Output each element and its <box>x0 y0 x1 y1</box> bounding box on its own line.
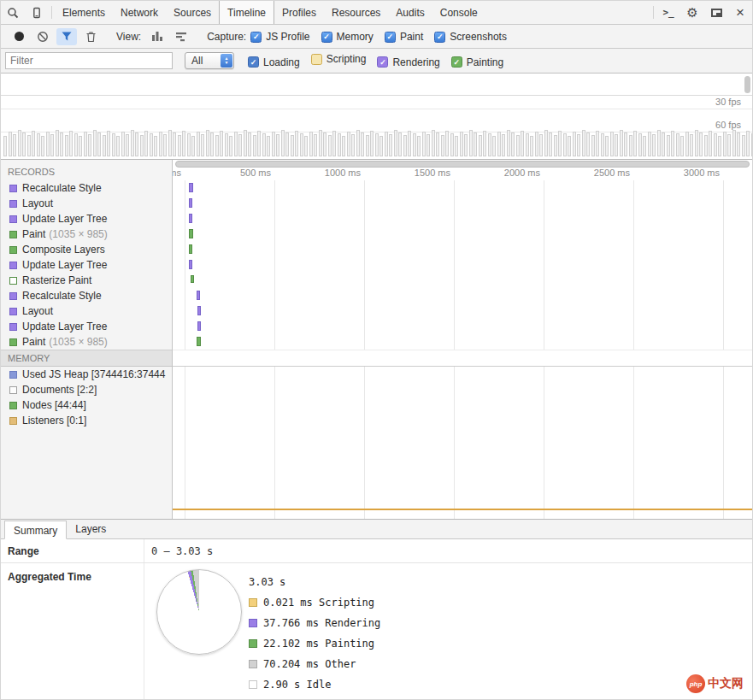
view-bars-button[interactable] <box>147 28 168 45</box>
tab-sources[interactable]: Sources <box>166 1 219 24</box>
frame-bar <box>135 132 138 156</box>
timeline-event-bar[interactable] <box>189 260 192 269</box>
frame-bar <box>483 131 486 156</box>
memory-counter-label: Nodes [44:44] <box>22 399 86 411</box>
record-row[interactable]: Rasterize Paint <box>1 273 172 288</box>
device-mode-icon[interactable] <box>25 1 49 24</box>
frame-bar <box>319 130 322 156</box>
category-filter-select[interactable]: All ▲ ▼ <box>185 52 234 69</box>
frame-bar <box>178 135 181 156</box>
tab-profiles[interactable]: Profiles <box>274 1 324 24</box>
record-row[interactable]: Layout <box>1 303 172 319</box>
frame-bar <box>479 135 482 156</box>
dock-side-icon[interactable] <box>704 1 728 24</box>
tab-console[interactable]: Console <box>432 1 485 24</box>
legend-text: 22.102 ms Painting <box>263 638 374 650</box>
capture-option-js-profile[interactable]: ✓JS Profile <box>250 31 309 43</box>
trash-button[interactable] <box>80 28 101 45</box>
frame-bar <box>342 136 345 156</box>
record-button[interactable] <box>9 28 29 45</box>
frame-bar <box>596 131 599 156</box>
record-row[interactable]: Recalculate Style <box>1 180 172 196</box>
frame-bar <box>676 133 679 156</box>
inspect-magnifier-icon[interactable] <box>1 1 25 24</box>
tab-audits[interactable]: Audits <box>388 1 432 24</box>
tab-timeline[interactable]: Timeline <box>219 1 274 24</box>
frame-bar <box>215 135 219 156</box>
category-scripting[interactable]: Scripting <box>311 53 367 65</box>
memory-header: MEMORY <box>1 350 172 367</box>
capture-option-memory[interactable]: ✓Memory <box>321 31 374 43</box>
frame-bar <box>629 135 632 156</box>
tab-elements[interactable]: Elements <box>55 1 113 24</box>
frame-bar <box>356 130 360 156</box>
memory-counter[interactable]: Listeners [0:1] <box>1 413 172 428</box>
frame-bar <box>253 135 256 156</box>
category-filters: ✓LoadingScripting✓Rendering✓Painting <box>248 53 515 68</box>
view-flame-button[interactable] <box>171 28 191 45</box>
record-row[interactable]: Update Layer Tree <box>1 257 172 273</box>
frame-bar <box>285 132 289 156</box>
timeline-event-bar[interactable] <box>189 214 192 223</box>
timeline-event-bar[interactable] <box>189 244 192 254</box>
frame-bar <box>492 136 496 156</box>
frame-bar <box>436 132 439 156</box>
memory-counter[interactable]: Nodes [44:44] <box>1 397 172 413</box>
painting-swatch <box>9 246 17 254</box>
frame-bar <box>107 131 110 156</box>
hscrollbar-thumb[interactable] <box>175 161 750 168</box>
record-row[interactable]: Recalculate Style <box>1 288 172 303</box>
frame-bar <box>187 133 191 156</box>
record-row[interactable]: Update Layer Tree <box>1 211 172 226</box>
timeline-event-bar[interactable] <box>191 275 194 283</box>
record-row[interactable]: Layout <box>1 196 172 211</box>
filter-toggle-button[interactable] <box>56 28 77 45</box>
device-glyph <box>31 7 43 19</box>
timeline-grid[interactable]: 0 ms500 ms1000 ms1500 ms2000 ms2500 ms30… <box>173 160 752 519</box>
tab-network[interactable]: Network <box>113 1 166 24</box>
timeline-event-bar[interactable] <box>197 337 201 346</box>
timeline-event-bar[interactable] <box>189 198 192 208</box>
memory-counter[interactable]: Used JS Heap [3744416:37444 <box>1 367 172 382</box>
timeline-event-bar[interactable] <box>197 306 201 315</box>
close-icon[interactable]: × <box>728 1 752 24</box>
bottom-tab-summary[interactable]: Summary <box>4 521 67 539</box>
aggregated-time-row: Aggregated Time 3.03 s 0.021 ms Scriptin… <box>1 563 752 700</box>
record-label: Update Layer Tree <box>22 213 107 225</box>
frame-bar <box>131 130 134 156</box>
console-drawer-icon[interactable]: >_ <box>656 1 680 24</box>
frame-bar <box>74 133 78 156</box>
record-row[interactable]: Paint(1035 × 985) <box>1 226 172 242</box>
filter-input[interactable] <box>5 52 173 69</box>
frame-bar <box>309 132 313 156</box>
memory-counter-swatch <box>9 386 17 394</box>
overview-scrollbar-thumb[interactable] <box>744 76 750 93</box>
timeline-event-bar[interactable] <box>189 183 193 192</box>
records-sidebar: RECORDS Recalculate StyleLayoutUpdate La… <box>1 160 173 519</box>
category-rendering[interactable]: ✓Rendering <box>377 56 439 68</box>
frame-bar <box>742 135 745 156</box>
record-row[interactable]: Composite Layers <box>1 242 172 257</box>
tab-resources[interactable]: Resources <box>324 1 388 24</box>
category-loading[interactable]: ✓Loading <box>248 56 300 68</box>
category-painting[interactable]: ✓Painting <box>451 56 503 68</box>
memory-counter[interactable]: Documents [2:2] <box>1 382 172 397</box>
timeline-event-bar[interactable] <box>189 229 193 238</box>
frame-bar <box>657 130 661 156</box>
timeline-overview[interactable]: 30 fps60 fps <box>1 74 752 160</box>
frame-bar <box>605 136 609 156</box>
frame-bar <box>667 135 670 156</box>
clear-button[interactable] <box>32 28 53 45</box>
memory-counter-swatch <box>9 402 17 409</box>
capture-option-screenshots[interactable]: ✓Screenshots <box>434 31 507 43</box>
frame-bar <box>144 131 148 156</box>
record-row[interactable]: Update Layer Tree <box>1 319 172 334</box>
frame-bar <box>366 135 369 156</box>
settings-gear-icon[interactable]: ⚙ <box>680 1 704 24</box>
capture-option-paint[interactable]: ✓Paint <box>385 31 423 43</box>
timeline-event-bar[interactable] <box>197 321 201 331</box>
block-icon <box>37 31 49 43</box>
bottom-tab-layers[interactable]: Layers <box>67 520 115 538</box>
record-row[interactable]: Paint(1035 × 985) <box>1 334 172 350</box>
timeline-event-bar[interactable] <box>197 291 200 300</box>
